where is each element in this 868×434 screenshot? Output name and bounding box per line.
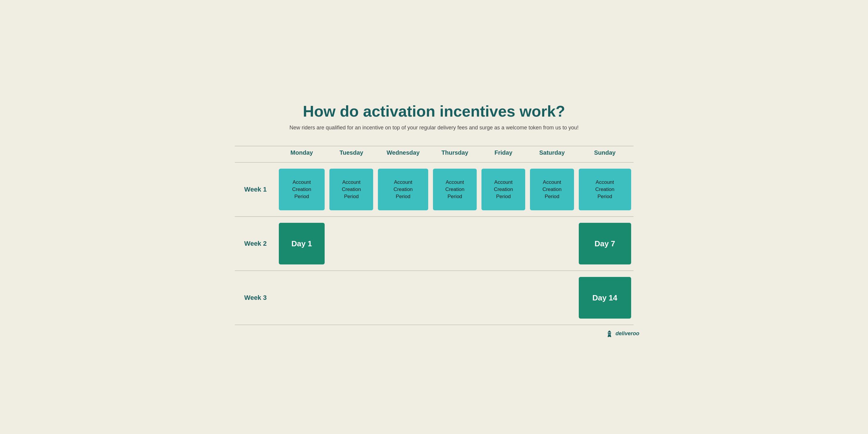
day-header-thursday: Thursday [431, 146, 479, 162]
cell-row3-col2 [327, 271, 375, 325]
empty-cell [378, 277, 428, 318]
header-row: Monday Tuesday Wednesday Thursday Friday… [235, 146, 633, 162]
account-creation-cell: Account Creation Period [279, 169, 325, 210]
empty-cell [433, 223, 477, 265]
cell-row2-col6 [528, 217, 576, 271]
day-cell: Day 7 [579, 223, 631, 265]
cell-row2-col5 [479, 217, 528, 271]
cell-row3-col3 [375, 271, 430, 325]
cell-row2-col1: Day 1 [276, 217, 327, 271]
cell-row2-col3 [375, 217, 430, 271]
table-row: Week 2Day 1Day 7 [235, 217, 633, 271]
deliveroo-logo: deliveroo [605, 329, 639, 338]
day-header-sunday: Sunday [577, 146, 633, 162]
account-creation-cell: Account Creation Period [433, 169, 477, 210]
account-creation-cell: Account Creation Period [330, 169, 373, 210]
cell-row3-col5 [479, 271, 528, 325]
empty-cell [482, 277, 525, 318]
day-header-monday: Monday [276, 146, 327, 162]
cell-row1-col6: Account Creation Period [528, 162, 576, 217]
cell-row3-col6 [528, 271, 576, 325]
account-creation-cell: Account Creation Period [378, 169, 428, 210]
cell-row1-col2: Account Creation Period [327, 162, 375, 217]
logo-area: deliveroo [605, 329, 639, 338]
week-label-2: Week 2 [235, 217, 276, 271]
day-header-tuesday: Tuesday [327, 146, 375, 162]
week-label-3: Week 3 [235, 271, 276, 325]
table-row: Week 3Day 14 [235, 271, 633, 325]
cell-row3-col1 [276, 271, 327, 325]
empty-cell [482, 223, 525, 265]
cell-row2-col7: Day 7 [577, 217, 633, 271]
empty-cell [330, 223, 373, 265]
cell-row3-col7: Day 14 [577, 271, 633, 325]
week-label-header [235, 146, 276, 162]
cell-row2-col4 [431, 217, 479, 271]
empty-cell [330, 277, 373, 318]
schedule-table: Monday Tuesday Wednesday Thursday Friday… [235, 146, 633, 325]
day-header-friday: Friday [479, 146, 528, 162]
account-creation-cell: Account Creation Period [530, 169, 574, 210]
day-header-wednesday: Wednesday [375, 146, 430, 162]
table-row: Week 1Account Creation PeriodAccount Cre… [235, 162, 633, 217]
empty-cell [279, 277, 325, 318]
cell-row3-col4 [431, 271, 479, 325]
account-creation-cell: Account Creation Period [482, 169, 525, 210]
empty-cell [433, 277, 477, 318]
cell-row1-col4: Account Creation Period [431, 162, 479, 217]
page-container: How do activation incentives work? New r… [217, 91, 651, 343]
account-creation-cell: Account Creation Period [579, 169, 631, 210]
empty-cell [530, 223, 574, 265]
deliveroo-icon [605, 329, 614, 338]
page-subtitle: New riders are qualified for an incentiv… [235, 125, 633, 131]
week-label-1: Week 1 [235, 162, 276, 217]
day-header-saturday: Saturday [528, 146, 576, 162]
day-cell: Day 1 [279, 223, 325, 265]
cell-row2-col2 [327, 217, 375, 271]
cell-row1-col7: Account Creation Period [577, 162, 633, 217]
empty-cell [530, 277, 574, 318]
svg-point-0 [609, 332, 610, 333]
cell-row1-col1: Account Creation Period [276, 162, 327, 217]
empty-cell [378, 223, 428, 265]
svg-point-1 [610, 332, 611, 333]
page-title: How do activation incentives work? [235, 103, 633, 120]
cell-row1-col3: Account Creation Period [375, 162, 430, 217]
day-cell: Day 14 [579, 277, 631, 318]
cell-row1-col5: Account Creation Period [479, 162, 528, 217]
logo-text: deliveroo [615, 331, 639, 337]
